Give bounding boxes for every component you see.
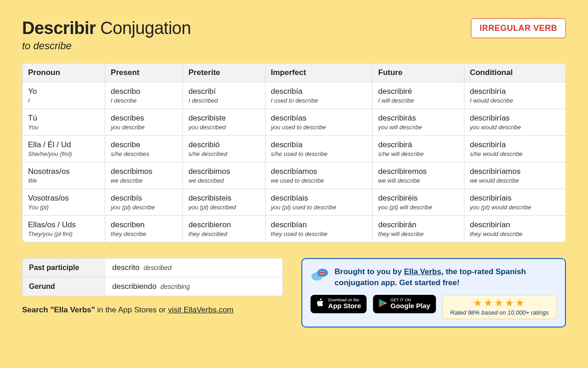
conjugation-es: describiríamos bbox=[470, 167, 560, 176]
conjugation-cell: describoI describe bbox=[105, 82, 183, 109]
conjugation-es: describió bbox=[188, 140, 259, 150]
title-block: Describir Conjugation to describe bbox=[22, 18, 191, 52]
conjugation-es: describíais bbox=[271, 194, 367, 203]
conjugation-cell: describiremoswe will describe bbox=[373, 162, 464, 189]
pronoun-en: They/you (pl fml) bbox=[28, 230, 99, 237]
conjugation-en: you (pl) described bbox=[188, 204, 259, 211]
gerund-es: describiendo bbox=[112, 282, 156, 291]
pronoun-cell: TúYou bbox=[23, 109, 105, 136]
pronoun-cell: Ella / Él / UdShe/he/you (fml) bbox=[23, 136, 105, 162]
conjugation-en: I describe bbox=[111, 97, 177, 104]
conjugation-cell: describíamoswe used to describe bbox=[266, 162, 373, 189]
conjugation-cell: describiríamoswe would describe bbox=[464, 162, 565, 189]
conjugation-cell: describieronthey described bbox=[183, 216, 265, 242]
conjugation-cell: describirás/he will describe bbox=[373, 136, 464, 162]
conjugation-es: describen bbox=[111, 220, 177, 230]
conjugation-es: describo bbox=[111, 87, 177, 96]
search-prefix: Search bbox=[22, 305, 50, 314]
past-participle-value: descrito described bbox=[106, 259, 283, 277]
conjugation-en: they used to describe bbox=[271, 230, 367, 237]
conjugation-en: s/he described bbox=[188, 150, 259, 157]
conjugation-cell: describisteisyou (pl) described bbox=[183, 189, 265, 216]
table-row: YoIdescriboI describedescribíI described… bbox=[23, 82, 565, 109]
promo-link[interactable]: Ella Verbs bbox=[404, 267, 441, 276]
appstore-big: App Store bbox=[328, 302, 361, 310]
conjugation-en: you described bbox=[188, 124, 259, 131]
svg-rect-3 bbox=[320, 271, 324, 272]
conjugation-cell: describíaI used to describe bbox=[266, 82, 373, 109]
app-store-button[interactable]: Download on the App Store bbox=[311, 295, 367, 313]
conjugation-es: describirán bbox=[378, 220, 458, 230]
conjugation-cell: describiós/he described bbox=[183, 136, 265, 162]
svg-rect-4 bbox=[320, 273, 324, 274]
conjugation-cell: describesyou describe bbox=[105, 109, 183, 136]
conjugation-es: describiría bbox=[470, 140, 560, 150]
apple-icon bbox=[316, 298, 324, 310]
conjugation-en: you (pl) will describe bbox=[378, 204, 458, 211]
conjugation-es: describieron bbox=[188, 220, 259, 230]
conjugation-en: you (pl) used to describe bbox=[271, 204, 367, 211]
header: Describir Conjugation to describe IRREGU… bbox=[22, 18, 566, 52]
past-participle-en: described bbox=[143, 264, 171, 271]
conjugation-en: s/he would describe bbox=[470, 150, 560, 157]
conjugation-es: describiste bbox=[188, 114, 259, 123]
conjugation-es: describirás bbox=[378, 114, 458, 123]
conjugation-es: describiréis bbox=[378, 194, 458, 203]
ellaverbs-link[interactable]: visit EllaVerbs.com bbox=[168, 305, 234, 314]
conjugation-en: I described bbox=[188, 97, 259, 104]
conjugation-en: we will describe bbox=[378, 177, 458, 184]
conjugation-cell: describiríaisyou (pl) would describe bbox=[464, 189, 565, 216]
conjugation-cell: describisteyou described bbox=[183, 109, 265, 136]
title-verb: Describir bbox=[22, 18, 96, 38]
conjugation-es: describisteis bbox=[188, 194, 259, 203]
conjugation-cell: describías/he used to describe bbox=[266, 136, 373, 162]
column-header: Conditional bbox=[464, 63, 565, 82]
conjugation-es: describes bbox=[111, 114, 177, 123]
conjugation-cell: describirías/he would describe bbox=[464, 136, 565, 162]
conjugation-es: describimos bbox=[111, 167, 177, 176]
conjugation-es: describiré bbox=[378, 87, 458, 96]
pronoun-es: Ellas/os / Uds bbox=[28, 220, 99, 230]
conjugation-es: describiremos bbox=[378, 167, 458, 176]
conjugation-en: I will describe bbox=[378, 97, 458, 104]
column-header: Future bbox=[373, 63, 464, 82]
conjugation-es: describía bbox=[271, 140, 367, 150]
pronoun-en: You (pl) bbox=[28, 204, 99, 211]
play-icon bbox=[379, 299, 387, 310]
title-rest: Conjugation bbox=[96, 18, 191, 38]
table-row: Past participle descrito described bbox=[23, 259, 283, 277]
pronoun-cell: YoI bbox=[23, 82, 105, 109]
conjugation-en: they would describe bbox=[470, 230, 560, 237]
pronoun-cell: Ellas/os / UdsThey/you (pl fml) bbox=[23, 216, 105, 242]
conjugation-cell: describíI described bbox=[183, 82, 265, 109]
page-subtitle: to describe bbox=[22, 40, 191, 52]
table-row: Ellas/os / UdsThey/you (pl fml)describen… bbox=[23, 216, 565, 242]
column-header: Present bbox=[105, 63, 183, 82]
pronoun-en: I bbox=[28, 97, 99, 104]
rating-box: ★★★★★ Rated 98% based on 10,000+ ratings bbox=[442, 295, 557, 319]
past-participle-label: Past participle bbox=[23, 259, 106, 277]
conjugation-en: you (pl) would describe bbox=[470, 204, 560, 211]
rating-text: Rated 98% based on 10,000+ ratings bbox=[449, 309, 550, 316]
conjugation-en: you will describe bbox=[378, 124, 458, 131]
conjugation-cell: describenthey describe bbox=[105, 216, 183, 242]
gerund-label: Gerund bbox=[23, 277, 106, 296]
conjugation-en: you describe bbox=[111, 124, 177, 131]
conjugation-en: you used to describe bbox=[271, 124, 367, 131]
conjugation-cell: describirásyou will describe bbox=[373, 109, 464, 136]
conjugation-en: s/he used to describe bbox=[271, 150, 367, 157]
pronoun-cell: Vosotras/osYou (pl) bbox=[23, 189, 105, 216]
irregular-badge: IRREGULAR VERB bbox=[471, 18, 566, 38]
pronoun-en: You bbox=[28, 124, 99, 131]
conjugation-es: describiríais bbox=[470, 194, 560, 203]
conjugation-es: describíamos bbox=[271, 167, 367, 176]
google-play-button[interactable]: GET IT ON Google Play bbox=[373, 295, 436, 313]
conjugation-es: describí bbox=[188, 87, 259, 96]
conjugation-en: they describe bbox=[111, 230, 177, 237]
conjugation-en: we used to describe bbox=[271, 177, 367, 184]
conjugation-en: I used to describe bbox=[271, 97, 367, 104]
pronoun-es: Ella / Él / Ud bbox=[28, 140, 99, 150]
app-icon bbox=[311, 266, 329, 285]
star-icon: ★★★★★ bbox=[449, 298, 550, 308]
gerund-value: describiendo describing bbox=[106, 277, 283, 296]
